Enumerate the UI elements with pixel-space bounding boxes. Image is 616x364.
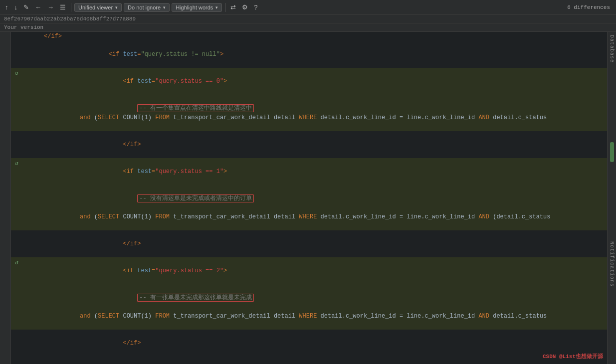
line-content: -- 没有清运单是未完成或者清运中的订单 and (SELECT COUNT(1…	[42, 185, 607, 230]
nav-edit-button[interactable]: ✎	[21, 2, 31, 12]
line-content: </if>	[42, 131, 607, 158]
differences-count: 6 differences	[567, 4, 613, 10]
code-line: </if>	[11, 230, 607, 257]
highlight-label: Highlight words	[176, 4, 213, 10]
unified-viewer-button[interactable]: Unified viewer ▾	[74, 3, 122, 12]
highlight-button[interactable]: Highlight words ▾	[172, 3, 222, 12]
code-area[interactable]: </if> <if test="query.status != null"> ↺	[11, 32, 607, 364]
commit-hash: 8ef267907daab22ab28ba76d408b8ff27d77a889	[4, 16, 136, 22]
scroll-marker[interactable]	[610, 142, 614, 162]
unified-viewer-label: Unified viewer	[78, 4, 113, 10]
code-line: </if>	[11, 357, 607, 364]
sidebar-notifications-label[interactable]: Notifications	[609, 241, 615, 287]
line-content: <if test="query.status == 1">	[42, 158, 607, 185]
nav-back-button[interactable]: ←	[33, 2, 43, 12]
gutter-cell: ↺	[11, 257, 22, 267]
code-line: </if>	[11, 131, 607, 158]
code-line-changed: -- 没有清运单是未完成或者清运中的订单 and (SELECT COUNT(1…	[11, 185, 607, 230]
toolbar-sep-1	[71, 3, 71, 12]
code-line: <if test="query.status != null">	[11, 41, 607, 68]
toolbar: ↑ ↓ ✎ ← → ☰ Unified viewer ▾ Do not igno…	[0, 0, 616, 15]
sync-button[interactable]: ⇄	[228, 2, 238, 12]
chevron-down-icon-3: ▾	[215, 5, 218, 10]
line-content: <if test="query.status == 0">	[42, 68, 607, 95]
nav-down-button[interactable]: ↓	[12, 2, 20, 12]
settings-button[interactable]: ⚙	[240, 2, 250, 12]
left-gutter	[0, 32, 11, 364]
code-line-changed: ↺ <if test="query.status == 2">	[11, 257, 607, 284]
line-content: <if test="query.status != null">	[42, 41, 607, 68]
ignore-label: Do not ignore	[128, 4, 161, 10]
undo-arrow-icon[interactable]: ↺	[14, 159, 18, 168]
line-content: <if test="query.status == 2">	[42, 257, 607, 284]
chevron-down-icon-2: ▾	[163, 5, 166, 10]
nav-up-button[interactable]: ↑	[3, 2, 10, 12]
code-line: </if>	[11, 32, 607, 41]
nav-forward-button[interactable]: →	[45, 2, 56, 12]
gutter-cell: ↺	[11, 68, 22, 77]
toolbar-sep-2	[225, 3, 225, 12]
help-button[interactable]: ?	[252, 2, 259, 12]
line-content: </if>	[42, 357, 607, 364]
nav-menu-button[interactable]: ☰	[58, 2, 68, 12]
version-label: Your version	[4, 24, 43, 30]
commit-bar: 8ef267907daab22ab28ba76d408b8ff27d77a889	[0, 15, 616, 23]
code-content: </if> <if test="query.status != null"> ↺	[11, 32, 607, 364]
code-line-changed: ↺ <if test="query.status == 1">	[11, 158, 607, 185]
line-content: </if>	[42, 230, 607, 257]
undo-arrow-icon[interactable]: ↺	[14, 258, 18, 267]
ignore-button[interactable]: Do not ignore ▾	[124, 3, 170, 12]
right-sidebar: Database Notifications	[607, 32, 616, 364]
line-content: </if>	[42, 330, 607, 357]
version-bar: Your version	[0, 23, 616, 32]
line-content: </if>	[42, 32, 607, 41]
gutter-cell: ↺	[11, 158, 22, 168]
line-content: -- 有一个集置点在清运中路线就是清运中 and (SELECT COUNT(1…	[42, 95, 607, 131]
code-line: </if>	[11, 330, 607, 357]
undo-arrow-icon[interactable]: ↺	[14, 69, 18, 77]
chevron-down-icon: ▾	[115, 5, 118, 10]
code-line-changed: -- 有一个集置点在清运中路线就是清运中 and (SELECT COUNT(1…	[11, 95, 607, 131]
sidebar-database-label[interactable]: Database	[609, 35, 615, 63]
diff-area: </if> <if test="query.status != null"> ↺	[0, 32, 616, 364]
code-line-changed: -- 有一张单是未完成那这张单就是未完成 and (SELECT COUNT(1…	[11, 284, 607, 330]
code-line-changed: ↺ <if test="query.status == 0">	[11, 68, 607, 95]
line-content: -- 有一张单是未完成那这张单就是未完成 and (SELECT COUNT(1…	[42, 284, 607, 330]
